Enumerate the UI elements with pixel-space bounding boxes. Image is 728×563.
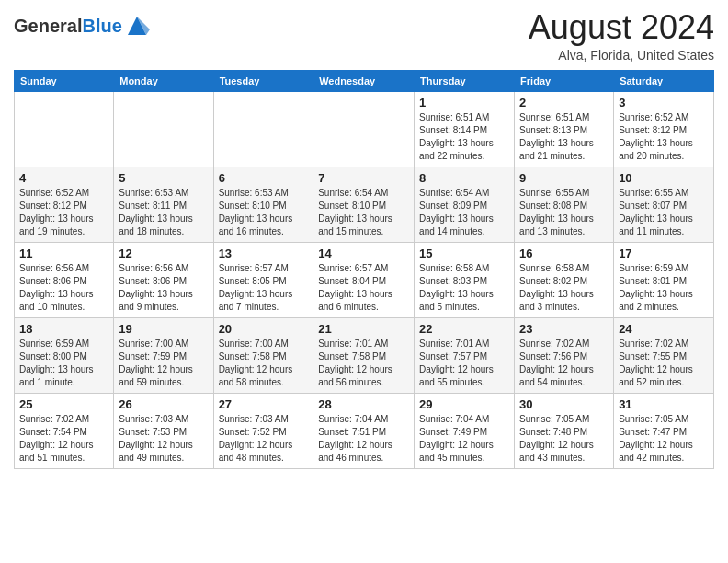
table-row: 9Sunrise: 6:55 AM Sunset: 8:08 PM Daylig…	[515, 167, 614, 242]
day-info: Sunrise: 6:52 AM Sunset: 8:12 PM Dayligh…	[619, 111, 709, 163]
day-info: Sunrise: 7:00 AM Sunset: 7:59 PM Dayligh…	[119, 338, 208, 389]
day-number: 30	[519, 397, 609, 411]
table-row: 17Sunrise: 6:59 AM Sunset: 8:01 PM Dayli…	[614, 242, 714, 317]
header: GeneralBlue August 2024 Alva, Florida, U…	[14, 9, 714, 63]
table-row	[114, 91, 213, 167]
day-info: Sunrise: 7:04 AM Sunset: 7:51 PM Dayligh…	[318, 413, 409, 465]
calendar-week-row: 18Sunrise: 6:59 AM Sunset: 8:00 PM Dayli…	[15, 317, 714, 393]
table-row: 5Sunrise: 6:53 AM Sunset: 8:11 PM Daylig…	[114, 167, 213, 242]
day-number: 22	[419, 322, 509, 336]
day-number: 9	[519, 171, 609, 185]
table-row: 31Sunrise: 7:05 AM Sunset: 7:47 PM Dayli…	[614, 393, 714, 468]
calendar-week-row: 4Sunrise: 6:52 AM Sunset: 8:12 PM Daylig…	[15, 167, 714, 242]
day-number: 6	[219, 171, 309, 185]
day-number: 7	[318, 171, 409, 185]
logo-blue: Blue	[82, 16, 121, 36]
day-number: 12	[119, 247, 208, 260]
day-info: Sunrise: 6:56 AM Sunset: 8:06 PM Dayligh…	[119, 262, 208, 314]
table-row: 15Sunrise: 6:58 AM Sunset: 8:03 PM Dayli…	[415, 242, 515, 317]
day-info: Sunrise: 6:52 AM Sunset: 8:12 PM Dayligh…	[19, 187, 108, 238]
day-info: Sunrise: 6:54 AM Sunset: 8:10 PM Dayligh…	[318, 187, 409, 238]
col-friday: Friday	[515, 70, 614, 91]
table-row	[15, 91, 114, 167]
day-number: 25	[19, 397, 108, 411]
day-info: Sunrise: 7:03 AM Sunset: 7:52 PM Dayligh…	[219, 413, 309, 465]
day-number: 31	[619, 397, 709, 411]
day-info: Sunrise: 6:51 AM Sunset: 8:13 PM Dayligh…	[519, 111, 609, 163]
table-row	[213, 91, 313, 167]
col-monday: Monday	[114, 70, 213, 91]
day-info: Sunrise: 6:53 AM Sunset: 8:11 PM Dayligh…	[119, 187, 208, 238]
day-info: Sunrise: 7:04 AM Sunset: 7:49 PM Dayligh…	[419, 413, 509, 465]
table-row: 28Sunrise: 7:04 AM Sunset: 7:51 PM Dayli…	[313, 393, 415, 468]
day-info: Sunrise: 7:02 AM Sunset: 7:55 PM Dayligh…	[619, 338, 709, 389]
table-row: 30Sunrise: 7:05 AM Sunset: 7:48 PM Dayli…	[515, 393, 614, 468]
day-info: Sunrise: 6:56 AM Sunset: 8:06 PM Dayligh…	[19, 262, 108, 314]
table-row: 22Sunrise: 7:01 AM Sunset: 7:57 PM Dayli…	[415, 317, 515, 393]
logo-icon	[124, 13, 150, 39]
day-number: 28	[318, 397, 409, 411]
day-number: 5	[119, 171, 208, 185]
table-row: 2Sunrise: 6:51 AM Sunset: 8:13 PM Daylig…	[515, 91, 614, 167]
subtitle: Alva, Florida, United States	[529, 48, 714, 63]
table-row: 4Sunrise: 6:52 AM Sunset: 8:12 PM Daylig…	[15, 167, 114, 242]
day-number: 18	[19, 322, 108, 336]
table-row: 12Sunrise: 6:56 AM Sunset: 8:06 PM Dayli…	[114, 242, 213, 317]
day-number: 15	[419, 247, 509, 260]
day-info: Sunrise: 7:01 AM Sunset: 7:57 PM Dayligh…	[419, 338, 509, 389]
calendar-week-row: 11Sunrise: 6:56 AM Sunset: 8:06 PM Dayli…	[15, 242, 714, 317]
table-row: 27Sunrise: 7:03 AM Sunset: 7:52 PM Dayli…	[213, 393, 313, 468]
col-thursday: Thursday	[415, 70, 515, 91]
day-info: Sunrise: 7:00 AM Sunset: 7:58 PM Dayligh…	[219, 338, 309, 389]
table-row: 1Sunrise: 6:51 AM Sunset: 8:14 PM Daylig…	[415, 91, 515, 167]
table-row: 20Sunrise: 7:00 AM Sunset: 7:58 PM Dayli…	[213, 317, 313, 393]
calendar-week-row: 25Sunrise: 7:02 AM Sunset: 7:54 PM Dayli…	[15, 393, 714, 468]
day-info: Sunrise: 7:01 AM Sunset: 7:58 PM Dayligh…	[318, 338, 409, 389]
day-number: 26	[119, 397, 208, 411]
table-row: 21Sunrise: 7:01 AM Sunset: 7:58 PM Dayli…	[313, 317, 415, 393]
day-number: 29	[419, 397, 509, 411]
day-info: Sunrise: 6:57 AM Sunset: 8:05 PM Dayligh…	[219, 262, 309, 314]
calendar-header-row: Sunday Monday Tuesday Wednesday Thursday…	[15, 70, 714, 91]
day-info: Sunrise: 6:53 AM Sunset: 8:10 PM Dayligh…	[219, 187, 309, 238]
title-block: August 2024 Alva, Florida, United States	[529, 9, 714, 63]
day-info: Sunrise: 7:02 AM Sunset: 7:54 PM Dayligh…	[19, 413, 108, 465]
day-info: Sunrise: 6:59 AM Sunset: 8:00 PM Dayligh…	[19, 338, 108, 389]
day-number: 16	[519, 247, 609, 260]
table-row: 6Sunrise: 6:53 AM Sunset: 8:10 PM Daylig…	[213, 167, 313, 242]
day-number: 14	[318, 247, 409, 260]
calendar-week-row: 1Sunrise: 6:51 AM Sunset: 8:14 PM Daylig…	[15, 91, 714, 167]
day-number: 11	[19, 247, 108, 260]
day-info: Sunrise: 7:05 AM Sunset: 7:47 PM Dayligh…	[619, 413, 709, 465]
table-row: 11Sunrise: 6:56 AM Sunset: 8:06 PM Dayli…	[15, 242, 114, 317]
day-info: Sunrise: 6:57 AM Sunset: 8:04 PM Dayligh…	[318, 262, 409, 314]
table-row: 19Sunrise: 7:00 AM Sunset: 7:59 PM Dayli…	[114, 317, 213, 393]
day-number: 4	[19, 171, 108, 185]
table-row: 26Sunrise: 7:03 AM Sunset: 7:53 PM Dayli…	[114, 393, 213, 468]
table-row	[313, 91, 415, 167]
logo-text: GeneralBlue	[14, 16, 122, 36]
table-row: 23Sunrise: 7:02 AM Sunset: 7:56 PM Dayli…	[515, 317, 614, 393]
day-info: Sunrise: 7:02 AM Sunset: 7:56 PM Dayligh…	[519, 338, 609, 389]
table-row: 10Sunrise: 6:55 AM Sunset: 8:07 PM Dayli…	[614, 167, 714, 242]
col-wednesday: Wednesday	[313, 70, 415, 91]
table-row: 18Sunrise: 6:59 AM Sunset: 8:00 PM Dayli…	[15, 317, 114, 393]
day-info: Sunrise: 6:58 AM Sunset: 8:02 PM Dayligh…	[519, 262, 609, 314]
col-saturday: Saturday	[614, 70, 714, 91]
table-row: 16Sunrise: 6:58 AM Sunset: 8:02 PM Dayli…	[515, 242, 614, 317]
table-row: 7Sunrise: 6:54 AM Sunset: 8:10 PM Daylig…	[313, 167, 415, 242]
table-row: 29Sunrise: 7:04 AM Sunset: 7:49 PM Dayli…	[415, 393, 515, 468]
table-row: 24Sunrise: 7:02 AM Sunset: 7:55 PM Dayli…	[614, 317, 714, 393]
day-info: Sunrise: 7:05 AM Sunset: 7:48 PM Dayligh…	[519, 413, 609, 465]
day-number: 19	[119, 322, 208, 336]
day-info: Sunrise: 6:55 AM Sunset: 8:08 PM Dayligh…	[519, 187, 609, 238]
day-info: Sunrise: 6:58 AM Sunset: 8:03 PM Dayligh…	[419, 262, 509, 314]
page: GeneralBlue August 2024 Alva, Florida, U…	[0, 0, 728, 563]
col-sunday: Sunday	[15, 70, 114, 91]
day-info: Sunrise: 6:59 AM Sunset: 8:01 PM Dayligh…	[619, 262, 709, 314]
table-row: 25Sunrise: 7:02 AM Sunset: 7:54 PM Dayli…	[15, 393, 114, 468]
day-info: Sunrise: 6:54 AM Sunset: 8:09 PM Dayligh…	[419, 187, 509, 238]
col-tuesday: Tuesday	[213, 70, 313, 91]
day-number: 10	[619, 171, 709, 185]
day-number: 2	[519, 96, 609, 109]
